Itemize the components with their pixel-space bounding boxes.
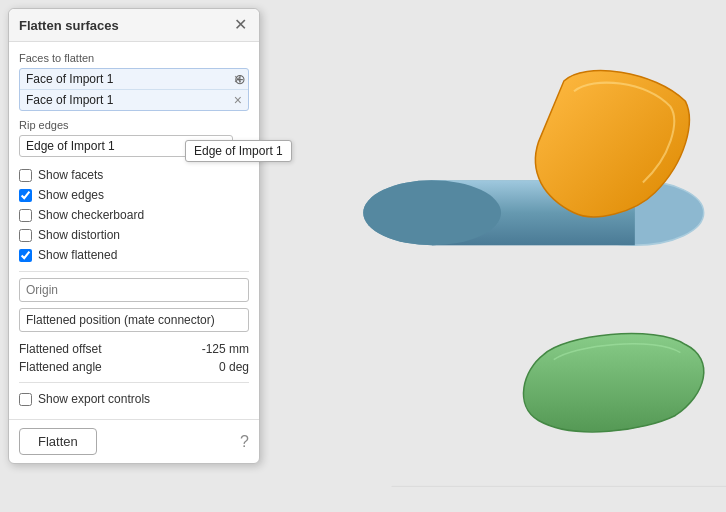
dialog-title: Flatten surfaces [19,18,119,33]
dialog-header: Flatten surfaces ✕ [9,9,259,42]
faces-to-flatten-label: Faces to flatten [19,52,249,64]
green-flattened [524,333,704,431]
show-export-controls-checkbox[interactable] [19,393,32,406]
flattened-offset-label: Flattened offset [19,342,102,356]
show-edges-row: Show edges [19,185,249,205]
flattened-offset-row: Flattened offset -125 mm [19,340,249,358]
flatten-button[interactable]: Flatten [19,428,97,455]
face-item-2-label: Face of Import 1 [26,93,113,107]
flattened-angle-value: 0 deg [219,360,249,374]
show-edges-checkbox[interactable] [19,189,32,202]
show-facets-label: Show facets [38,168,103,182]
remove-face-2-button[interactable]: × [234,93,242,107]
flattened-offset-value: -125 mm [202,342,249,356]
face-list: ⊕ Face of Import 1 × Face of Import 1 × [19,68,249,111]
rip-edges-label: Rip edges [19,119,249,131]
separator-1 [19,271,249,272]
flatten-surfaces-dialog: Flatten surfaces ✕ Faces to flatten ⊕ Fa… [8,8,260,464]
face-item-1: Face of Import 1 × [20,69,248,90]
edge-tooltip: Edge of Import 1 [185,140,292,162]
origin-input[interactable] [19,278,249,302]
show-edges-label: Show edges [38,188,104,202]
checkboxes-section: Show facets Show edges Show checkerboard… [19,165,249,265]
dialog-body: Faces to flatten ⊕ Face of Import 1 × Fa… [9,42,259,419]
mate-connector-button[interactable]: Flattened position (mate connector) [19,308,249,332]
show-checkerboard-row: Show checkerboard [19,205,249,225]
show-distortion-checkbox[interactable] [19,229,32,242]
face-item-1-label: Face of Import 1 [26,72,113,86]
face-item-2: Face of Import 1 × [20,90,248,110]
show-flattened-row: Show flattened [19,245,249,265]
show-distortion-row: Show distortion [19,225,249,245]
show-flattened-checkbox[interactable] [19,249,32,262]
add-face-button[interactable]: ⊕ [234,71,246,87]
show-flattened-label: Show flattened [38,248,117,262]
show-facets-row: Show facets [19,165,249,185]
flattened-angle-row: Flattened angle 0 deg [19,358,249,376]
show-facets-checkbox[interactable] [19,169,32,182]
flattened-angle-label: Flattened angle [19,360,102,374]
svg-point-5 [363,180,501,245]
show-export-controls-label: Show export controls [38,392,150,406]
show-checkerboard-label: Show checkerboard [38,208,144,222]
close-button[interactable]: ✕ [232,17,249,33]
help-icon[interactable]: ? [240,433,249,451]
show-checkerboard-checkbox[interactable] [19,209,32,222]
show-distortion-label: Show distortion [38,228,120,242]
dialog-footer: Flatten ? [9,419,259,463]
show-export-controls-row: Show export controls [19,389,249,409]
separator-2 [19,382,249,383]
